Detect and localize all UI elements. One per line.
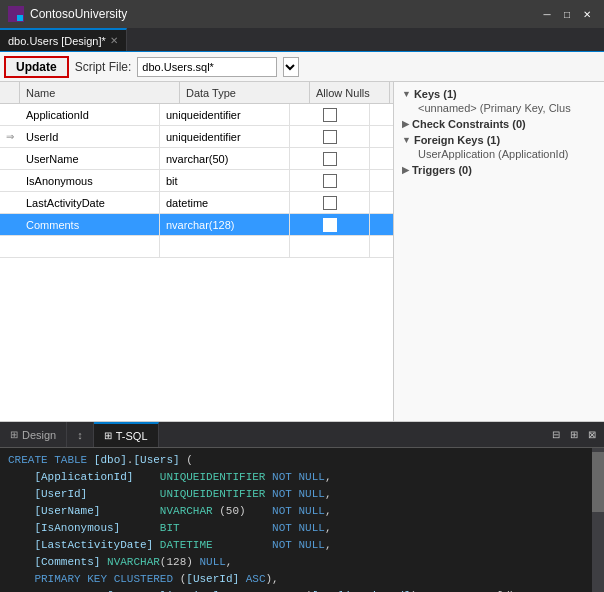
cell-type xyxy=(160,236,290,257)
cell-name: IsAnonymous xyxy=(20,170,160,191)
maximize-button[interactable]: □ xyxy=(558,6,576,22)
window-controls: ─ □ ✕ xyxy=(538,6,596,22)
rp-section-label: Triggers (0) xyxy=(412,164,472,176)
table-row[interactable]: UserNamenvarchar(50) xyxy=(0,148,393,170)
collapse-arrow-icon: ▼ xyxy=(402,135,411,145)
minimize-button[interactable]: ─ xyxy=(538,6,556,22)
tab-label: dbo.Users [Design]* xyxy=(8,35,106,47)
design-tab-icon: ⊞ xyxy=(10,429,18,440)
col-header-name: Name xyxy=(20,82,180,103)
design-tab-label: Design xyxy=(22,429,56,441)
cell-name: UserId xyxy=(20,126,160,147)
sql-line: PRIMARY KEY CLUSTERED ([UserId] ASC), xyxy=(8,571,596,588)
table-row[interactable]: IsAnonymousbit xyxy=(0,170,393,192)
rp-section-label: Check Constraints (0) xyxy=(412,118,526,130)
split-vertical-icon[interactable]: ⊞ xyxy=(566,427,582,443)
bottom-tab-bar: ⊞ Design ↕ ⊞ T-SQL ⊟ ⊞ ⊠ xyxy=(0,422,604,448)
title-bar: ContosoUniversity ─ □ ✕ xyxy=(0,0,604,28)
sql-line: CREATE TABLE [dbo].[Users] ( xyxy=(8,452,596,469)
cell-allownull[interactable] xyxy=(290,126,370,147)
editor-toolbar-icons: ⊟ ⊞ ⊠ xyxy=(548,422,604,447)
close-button[interactable]: ✕ xyxy=(578,6,596,22)
cell-type: bit xyxy=(160,170,290,191)
null-checkbox[interactable] xyxy=(323,130,337,144)
row-indicator: ⇒ xyxy=(0,131,20,142)
script-file-dropdown[interactable]: ▼ xyxy=(283,57,299,77)
sql-line: [UserId] UNIQUEIDENTIFIER NOT NULL, xyxy=(8,486,596,503)
cell-type: nvarchar(128) xyxy=(160,214,290,235)
sql-scrollbar-thumb[interactable] xyxy=(592,452,604,512)
cell-type: uniqueidentifier xyxy=(160,104,290,125)
tab-separator[interactable]: ↕ xyxy=(67,422,94,447)
document-tab-bar: dbo.Users [Design]* ✕ xyxy=(0,28,604,52)
rp-section-title[interactable]: ▶Check Constraints (0) xyxy=(402,118,596,130)
expand-arrow-icon: ▶ xyxy=(402,165,409,175)
svg-rect-3 xyxy=(17,15,23,21)
rp-section: ▼Keys (1)<unnamed> (Primary Key, Clus xyxy=(402,88,596,114)
main-content-area: Name Data Type Allow Nulls ApplicationId… xyxy=(0,82,604,422)
cell-type: uniqueidentifier xyxy=(160,126,290,147)
cell-allownull[interactable] xyxy=(290,192,370,213)
table-row[interactable]: LastActivityDatedatetime xyxy=(0,192,393,214)
table-design-grid: Name Data Type Allow Nulls ApplicationId… xyxy=(0,82,394,421)
expand-arrow-icon: ▶ xyxy=(402,119,409,129)
rp-section-title[interactable]: ▼Foreign Keys (1) xyxy=(402,134,596,146)
tsql-tab-label: T-SQL xyxy=(116,430,148,442)
rp-section: ▶Check Constraints (0) xyxy=(402,118,596,130)
cell-allownull[interactable] xyxy=(290,104,370,125)
sql-code-lines: CREATE TABLE [dbo].[Users] ( [Applicatio… xyxy=(8,452,596,592)
rp-section-title[interactable]: ▶Triggers (0) xyxy=(402,164,596,176)
cell-allownull[interactable] xyxy=(290,170,370,191)
app-icon xyxy=(8,6,24,22)
rp-item: UserApplication (ApplicationId) xyxy=(402,148,596,160)
rp-section: ▼Foreign Keys (1)UserApplication (Applic… xyxy=(402,134,596,160)
rp-section: ▶Triggers (0) xyxy=(402,164,596,176)
column-headers: Name Data Type Allow Nulls xyxy=(0,82,393,104)
table-rows-container: ApplicationIduniqueidentifier⇒UserIduniq… xyxy=(0,104,393,258)
update-button[interactable]: Update xyxy=(4,56,69,78)
cell-name: UserName xyxy=(20,148,160,169)
sql-line: [UserName] NVARCHAR (50) NOT NULL, xyxy=(8,503,596,520)
sql-editor-area: ⊞ Design ↕ ⊞ T-SQL ⊟ ⊞ ⊠ CREATE TABLE [d… xyxy=(0,422,604,592)
cell-type: datetime xyxy=(160,192,290,213)
rp-item: <unnamed> (Primary Key, Clus xyxy=(402,102,596,114)
table-row[interactable]: ApplicationIduniqueidentifier xyxy=(0,104,393,126)
tab-tsql[interactable]: ⊞ T-SQL xyxy=(94,422,159,447)
cell-allownull[interactable] xyxy=(290,236,370,257)
col-header-nulls: Allow Nulls xyxy=(310,82,390,103)
sql-line: [Comments] NVARCHAR(128) NULL, xyxy=(8,554,596,571)
cell-name: Comments xyxy=(20,214,160,235)
maximize-pane-icon[interactable]: ⊠ xyxy=(584,427,600,443)
cell-allownull[interactable]: ✓ xyxy=(290,214,370,235)
tab-design[interactable]: ⊞ Design xyxy=(0,422,67,447)
sql-editor-content[interactable]: CREATE TABLE [dbo].[Users] ( [Applicatio… xyxy=(0,448,604,592)
null-checkbox[interactable] xyxy=(323,152,337,166)
null-checkbox[interactable] xyxy=(323,174,337,188)
null-checkbox[interactable] xyxy=(323,108,337,122)
sql-scrollbar[interactable] xyxy=(592,448,604,592)
document-tab-users-design[interactable]: dbo.Users [Design]* ✕ xyxy=(0,28,127,51)
cell-name: LastActivityDate xyxy=(20,192,160,213)
script-file-label: Script File: xyxy=(75,60,132,74)
tab-close-icon[interactable]: ✕ xyxy=(110,35,118,46)
table-row[interactable]: ⇒UserIduniqueidentifier xyxy=(0,126,393,148)
split-horizontal-icon[interactable]: ⊟ xyxy=(548,427,564,443)
properties-sections: ▼Keys (1)<unnamed> (Primary Key, Clus▶Ch… xyxy=(402,88,596,176)
null-checkbox[interactable] xyxy=(323,196,337,210)
sql-line: [ApplicationId] UNIQUEIDENTIFIER NOT NUL… xyxy=(8,469,596,486)
svg-rect-2 xyxy=(9,15,15,21)
cell-allownull[interactable] xyxy=(290,148,370,169)
table-row[interactable]: Commentsnvarchar(128)✓ xyxy=(0,214,393,236)
separator-icon: ↕ xyxy=(77,429,83,441)
cell-type: nvarchar(50) xyxy=(160,148,290,169)
cell-name: ApplicationId xyxy=(20,104,160,125)
null-checkbox[interactable]: ✓ xyxy=(323,218,337,232)
rp-section-label: Foreign Keys (1) xyxy=(414,134,500,146)
rp-section-label: Keys (1) xyxy=(414,88,457,100)
sql-line: [IsAnonymous] BIT NOT NULL, xyxy=(8,520,596,537)
sql-line: CONSTRAINT [UserApplication] FOREIGN KEY… xyxy=(8,588,596,592)
script-file-input[interactable] xyxy=(137,57,277,77)
svg-rect-1 xyxy=(17,7,23,13)
rp-section-title[interactable]: ▼Keys (1) xyxy=(402,88,596,100)
table-row[interactable] xyxy=(0,236,393,258)
